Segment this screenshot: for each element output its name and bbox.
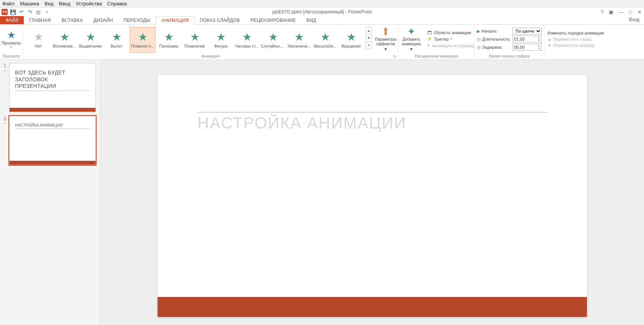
- animation-item-8[interactable]: ★Часовая ст...: [234, 27, 260, 53]
- move-earlier-button: ▲Переместить назад: [547, 37, 604, 41]
- animation-item-6[interactable]: ★Появление: [182, 27, 208, 53]
- app-icon: P3: [2, 9, 8, 15]
- trigger-button[interactable]: ⚡Триггер ▾: [427, 36, 472, 41]
- animation-item-7[interactable]: ★Фигура: [208, 27, 234, 53]
- chevron-down-icon: ▾: [384, 46, 387, 52]
- gallery-scroll: ▲ ▼ ▾: [366, 27, 372, 54]
- start-play-icon: ▶: [477, 29, 480, 34]
- redo-icon[interactable]: ↷: [27, 9, 33, 15]
- group-label-advanced: Расширенная анимация: [398, 54, 474, 59]
- star-icon: ★: [86, 32, 95, 43]
- animation-gallery[interactable]: ★Нет★Возникнов...★Выцветание★Вылет★Плавн…: [23, 25, 365, 54]
- thumb-accent-bar: [10, 108, 95, 112]
- title-bar: P3 💾 ↶ ↷ ▧ ▾ pptE87D.pptm [Автосохраненн…: [0, 8, 644, 16]
- animation-item-10[interactable]: ★Увеличени...: [286, 27, 312, 53]
- animation-pane-icon: 🗔: [427, 30, 432, 35]
- tab-design[interactable]: ДИЗАЙН: [88, 16, 118, 24]
- host-menu: Файл Машина Вид Ввод Устройства Справка: [0, 0, 644, 8]
- animation-item-label: Плавное п...: [131, 44, 154, 48]
- group-label-reorder: [544, 54, 607, 59]
- ribbon-tabs: ФАЙЛ ГЛАВНАЯ ВСТАВКА ДИЗАЙН ПЕРЕХОДЫ АНИ…: [0, 16, 644, 25]
- close-icon[interactable]: ✕: [637, 9, 642, 15]
- animation-item-label: Случайные...: [261, 44, 285, 48]
- undo-icon[interactable]: ↶: [18, 9, 25, 15]
- thumb-number: 1: [4, 63, 7, 68]
- ribbon: ★ Просмотр ▾ Просмотр ★Нет★Возникнов...★…: [0, 25, 644, 60]
- dialog-launcher-icon[interactable]: ◳: [393, 54, 396, 59]
- help-icon[interactable]: ?: [601, 9, 603, 15]
- host-menu-input[interactable]: Ввод: [59, 1, 71, 7]
- animation-painter-button: ✦Анимация по образцу: [427, 43, 472, 48]
- animation-item-9[interactable]: ★Случайные...: [260, 27, 286, 53]
- star-icon: ★: [34, 32, 43, 43]
- thumb-title-line: ПРЕЗЕНТАЦИИ: [15, 83, 90, 91]
- chevron-down-icon: ▾: [10, 45, 12, 49]
- save-icon[interactable]: 💾: [10, 9, 16, 15]
- animation-item-0[interactable]: ★Нет: [25, 27, 51, 53]
- tab-review[interactable]: РЕЦЕНЗИРОВАНИЕ: [245, 16, 301, 24]
- thumb-accent-bar: [10, 161, 95, 165]
- animation-item-label: Вращение: [342, 44, 361, 48]
- animation-item-4[interactable]: ★Плавное п...: [130, 27, 156, 53]
- minimize-icon[interactable]: —: [619, 9, 624, 15]
- gallery-down-button[interactable]: ▼: [366, 34, 372, 42]
- tab-animations[interactable]: АНИМАЦИЯ: [156, 16, 194, 25]
- qat-customize-icon[interactable]: ▾: [44, 9, 50, 15]
- slide-accent-bar: [158, 297, 587, 317]
- ribbon-display-icon[interactable]: ▣: [609, 9, 613, 15]
- animation-item-label: Возникнов...: [53, 44, 76, 48]
- add-animation-icon: ✦: [407, 26, 416, 36]
- workspace: 1 * ВОТ ЗДЕСЬ БУДЕТ ЗАГОЛОВОК ПРЕЗЕНТАЦИ…: [0, 60, 644, 325]
- gallery-up-button[interactable]: ▲: [366, 27, 372, 35]
- move-later-button: ▼Переместить вперед: [547, 43, 604, 48]
- thumb-title-line: ВОТ ЗДЕСЬ БУДЕТ: [15, 69, 66, 76]
- star-icon: ★: [60, 32, 69, 43]
- effect-options-button[interactable]: ⬆ Параметры эффектов ▾: [373, 25, 398, 54]
- slide-thumbnail-2[interactable]: НАСТРОЙКА АНИМАЦИИ: [9, 116, 96, 165]
- star-icon: ★: [268, 32, 278, 43]
- tab-transitions[interactable]: ПЕРЕХОДЫ: [118, 16, 156, 24]
- tab-home[interactable]: ГЛАВНАЯ: [24, 16, 56, 24]
- maximize-icon[interactable]: □: [629, 9, 632, 15]
- gallery-more-button[interactable]: ▾: [366, 41, 372, 49]
- animation-item-11[interactable]: ★Масштаби...: [312, 27, 338, 53]
- slide-thumbnail-1[interactable]: ВОТ ЗДЕСЬ БУДЕТ ЗАГОЛОВОК ПРЕЗЕНТАЦИИ: [9, 63, 96, 112]
- delay-input[interactable]: 00,00▲▼: [513, 44, 542, 51]
- preview-button[interactable]: ★ Просмотр ▾: [0, 25, 22, 54]
- thumb-title: НАСТРОЙКА АНИМАЦИИ: [15, 123, 90, 129]
- animation-item-label: Выцветание: [79, 44, 102, 48]
- slide-title-text: НАСТРОЙКА АНИМАЦИИ: [197, 112, 547, 133]
- host-menu-view[interactable]: Вид: [44, 1, 54, 7]
- group-label-timing: Время показа слайдов: [475, 54, 544, 59]
- slide-canvas-area[interactable]: НАСТРОЙКА АНИМАЦИИ: [100, 60, 644, 325]
- animation-item-label: Масштаби...: [314, 44, 337, 48]
- host-menu-file[interactable]: Файл: [2, 1, 15, 7]
- animation-item-1[interactable]: ★Возникнов...: [51, 27, 77, 53]
- animation-item-2[interactable]: ★Выцветание: [77, 27, 104, 53]
- host-menu-help[interactable]: Справка: [107, 1, 127, 7]
- group-label-preview: Просмотр: [0, 54, 23, 59]
- animation-item-label: Панорама: [159, 44, 178, 48]
- add-animation-button[interactable]: ✦ Добавить анимацию ▾: [398, 25, 424, 54]
- effect-options-icon: ⬆: [381, 26, 390, 36]
- duration-input[interactable]: 01,00▲▼: [513, 36, 542, 43]
- animation-item-12[interactable]: ★Вращение: [338, 27, 364, 53]
- tab-file[interactable]: ФАЙЛ: [0, 16, 24, 24]
- star-icon: ★: [190, 32, 200, 43]
- star-icon: ★: [164, 32, 174, 43]
- start-from-beginning-icon[interactable]: ▧: [35, 9, 41, 15]
- animation-item-5[interactable]: ★Панорама: [156, 27, 182, 53]
- slide-title-placeholder[interactable]: НАСТРОЙКА АНИМАЦИИ: [197, 112, 547, 133]
- slide[interactable]: НАСТРОЙКА АНИМАЦИИ: [158, 75, 587, 317]
- tab-insert[interactable]: ВСТАВКА: [56, 16, 88, 24]
- star-icon: ★: [294, 32, 304, 43]
- start-select[interactable]: По щелчку: [513, 28, 542, 35]
- host-menu-devices[interactable]: Устройства: [76, 1, 102, 7]
- animation-pane-button[interactable]: 🗔Область анимации: [427, 30, 472, 35]
- host-menu-machine[interactable]: Машина: [20, 1, 39, 7]
- delay-clock-icon: ◷: [477, 45, 481, 50]
- tab-view[interactable]: ВИД: [301, 16, 322, 24]
- tab-slideshow[interactable]: ПОКАЗ СЛАЙДОВ: [194, 16, 245, 24]
- sign-in-link[interactable]: Вход: [629, 17, 639, 22]
- animation-item-3[interactable]: ★Вылет: [104, 27, 130, 53]
